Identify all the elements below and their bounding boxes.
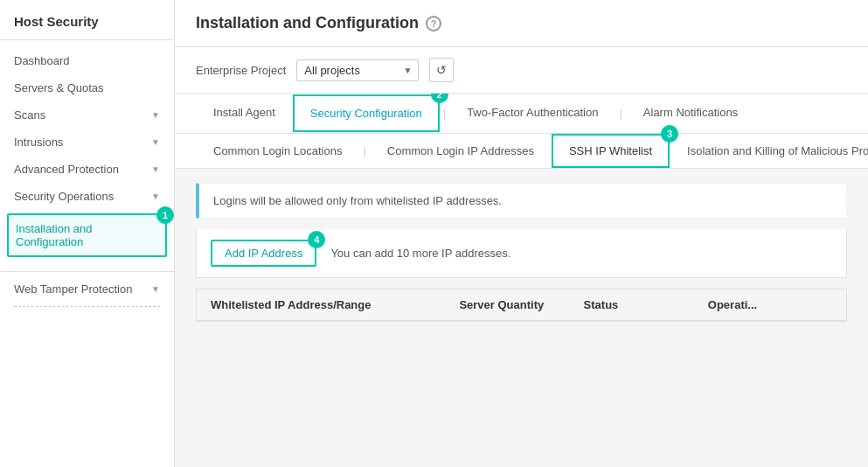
sidebar-item-scans[interactable]: Scans ▼ (0, 101, 174, 129)
callout-badge-3: 3 (661, 125, 678, 143)
tab-install-agent[interactable]: Install Agent (196, 94, 293, 133)
chevron-icon: ▼ (151, 284, 160, 294)
sidebar-item-installation-config[interactable]: Installation and Configuration (9, 215, 165, 255)
sidebar-item-security-operations[interactable]: Security Operations ▼ (0, 183, 174, 210)
sidebar-item-label: Security Operations (14, 190, 114, 203)
sidebar: Host Security Dashboard Servers & Quotas… (0, 0, 175, 467)
sidebar-item-label: Dashboard (14, 54, 70, 67)
enterprise-project-select[interactable]: All projects (296, 59, 419, 81)
sidebar-item-label: Web Tamper Protection (14, 282, 132, 296)
content-area: Install Agent Security Configuration 2 |… (175, 94, 868, 467)
sub-tab-ssh-ip-wrapper: SSH IP Whitelist 3 (552, 134, 670, 168)
filter-bar: Enterprise Project All projects ▼ ↺ (175, 47, 868, 94)
tab-alarm-notifications[interactable]: Alarm Notifications (626, 94, 755, 133)
sidebar-divider (0, 271, 174, 272)
tab-security-config-wrapper: Security Configuration 2 (293, 94, 440, 132)
info-message: Logins will be allowed only from whiteli… (196, 183, 847, 219)
sub-tab-common-login-ip[interactable]: Common Login IP Addresses (370, 134, 552, 168)
enterprise-project-label: Enterprise Project (196, 64, 286, 77)
tab-separator-2: | (615, 107, 625, 120)
tab-separator-1: | (440, 107, 449, 120)
sub-tab-separator-1: | (359, 144, 369, 157)
chevron-icon: ▼ (151, 137, 160, 147)
sidebar-item-label: Advanced Protection (14, 163, 119, 176)
add-ip-note: You can add 10 more IP addresses. (330, 247, 510, 260)
add-ip-button[interactable]: Add IP Address (211, 240, 316, 267)
table-col-status: Status (584, 298, 708, 311)
sidebar-item-servers-quotas[interactable]: Servers & Quotas (0, 74, 174, 101)
page-header: Installation and Configuration ? (175, 0, 868, 47)
chevron-icon: ▼ (151, 110, 160, 120)
sub-tab-isolation[interactable]: Isolation and Killing of Malicious Progr… (670, 134, 868, 168)
sidebar-item-label: Intrusions (14, 136, 63, 149)
sidebar-active-highlight: Installation and Configuration 1 (7, 213, 167, 257)
refresh-button[interactable]: ↺ (429, 58, 454, 82)
sidebar-item-label: Servers & Quotas (14, 81, 104, 94)
main-content: Installation and Configuration ? Enterpr… (175, 0, 868, 467)
sub-tab-common-login-loc[interactable]: Common Login Locations (196, 134, 359, 168)
main-tabs: Install Agent Security Configuration 2 |… (175, 94, 868, 134)
sidebar-title: Host Security (0, 14, 174, 40)
tab-security-config[interactable]: Security Configuration (293, 94, 440, 132)
page-title: Installation and Configuration (196, 14, 419, 32)
sidebar-item-label: Installation and Configuration (16, 222, 151, 248)
chevron-icon: ▼ (151, 164, 160, 174)
sidebar-item-label: Scans (14, 108, 45, 122)
add-ip-btn-wrapper: Add IP Address 4 (211, 240, 316, 267)
ip-table: Whitelisted IP Address/Range Server Quan… (196, 289, 847, 322)
callout-badge-4: 4 (308, 231, 325, 248)
sidebar-item-intrusions[interactable]: Intrusions ▼ (0, 129, 174, 156)
help-icon[interactable]: ? (426, 16, 441, 31)
sidebar-item-advanced-protection[interactable]: Advanced Protection ▼ (0, 156, 174, 183)
table-col-qty: Server Quantity (459, 298, 583, 311)
sub-tab-ssh-ip-whitelist[interactable]: SSH IP Whitelist (552, 134, 670, 168)
sub-tabs: Common Login Locations | Common Login IP… (175, 134, 868, 169)
enterprise-project-select-wrapper: All projects ▼ (296, 59, 419, 81)
add-ip-section: Add IP Address 4 You can add 10 more IP … (196, 229, 847, 278)
sidebar-item-dashboard[interactable]: Dashboard (0, 47, 174, 74)
table-col-ip: Whitelisted IP Address/Range (211, 298, 459, 311)
chevron-icon: ▼ (151, 192, 160, 201)
callout-badge-1: 1 (156, 206, 174, 224)
sidebar-item-web-tamper[interactable]: Web Tamper Protection ▼ (0, 275, 174, 303)
table-header: Whitelisted IP Address/Range Server Quan… (197, 289, 846, 321)
tab-two-factor[interactable]: Two-Factor Authentication (449, 94, 615, 133)
table-col-ops: Operati... (708, 298, 832, 311)
